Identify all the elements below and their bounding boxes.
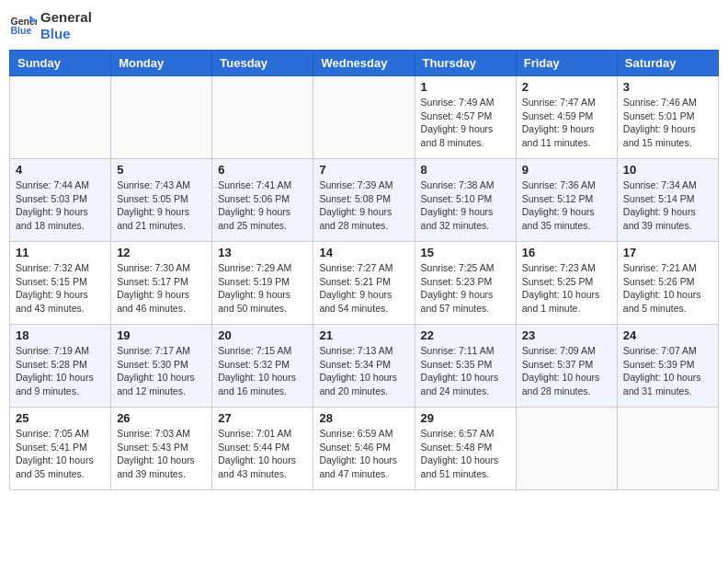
cell-info: Sunrise: 7:15 AM Sunset: 5:32 PM Dayligh… [218,344,307,398]
week-row-4: 18Sunrise: 7:19 AM Sunset: 5:28 PM Dayli… [10,325,719,408]
cal-cell: 12Sunrise: 7:30 AM Sunset: 5:17 PM Dayli… [111,242,212,325]
day-number: 14 [319,246,408,259]
cell-info: Sunrise: 7:07 AM Sunset: 5:39 PM Dayligh… [623,344,712,398]
day-number: 5 [117,163,206,177]
day-number: 6 [218,163,307,177]
calendar-table: SundayMondayTuesdayWednesdayThursdayFrid… [9,50,719,490]
week-row-1: 1Sunrise: 7:49 AM Sunset: 4:57 PM Daylig… [10,76,719,159]
cal-cell: 7Sunrise: 7:39 AM Sunset: 5:08 PM Daylig… [313,159,415,242]
day-number: 29 [421,411,510,425]
week-row-2: 4Sunrise: 7:44 AM Sunset: 5:03 PM Daylig… [10,159,719,242]
day-number: 19 [117,328,206,342]
cal-cell [212,76,313,159]
day-number: 24 [623,328,712,342]
cal-cell: 9Sunrise: 7:36 AM Sunset: 5:12 PM Daylig… [516,159,617,242]
cal-cell: 28Sunrise: 6:59 AM Sunset: 5:46 PM Dayli… [313,408,415,490]
cell-info: Sunrise: 7:47 AM Sunset: 4:59 PM Dayligh… [522,96,611,150]
logo-line2: Blue [40,26,92,42]
cal-cell [313,76,415,159]
cal-cell: 2Sunrise: 7:47 AM Sunset: 4:59 PM Daylig… [516,76,617,159]
cal-cell [111,76,212,159]
cal-cell [516,408,617,490]
day-number: 2 [522,80,611,94]
cal-cell: 29Sunrise: 6:57 AM Sunset: 5:48 PM Dayli… [415,408,516,490]
cal-cell: 14Sunrise: 7:27 AM Sunset: 5:21 PM Dayli… [313,242,415,325]
cell-info: Sunrise: 7:30 AM Sunset: 5:17 PM Dayligh… [117,261,206,316]
day-number: 22 [421,328,510,342]
cell-info: Sunrise: 7:17 AM Sunset: 5:30 PM Dayligh… [117,344,206,398]
cell-info: Sunrise: 7:34 AM Sunset: 5:14 PM Dayligh… [623,178,712,233]
cal-cell: 25Sunrise: 7:05 AM Sunset: 5:41 PM Dayli… [10,408,111,490]
day-number: 25 [16,411,105,425]
logo: General Blue General Blue [9,9,92,42]
cell-info: Sunrise: 7:32 AM Sunset: 5:15 PM Dayligh… [16,261,105,316]
day-number: 10 [623,163,712,177]
cell-info: Sunrise: 7:44 AM Sunset: 5:03 PM Dayligh… [16,178,105,233]
page-header: General Blue General Blue [9,9,719,42]
cell-info: Sunrise: 7:05 AM Sunset: 5:41 PM Dayligh… [16,427,105,481]
cell-info: Sunrise: 7:25 AM Sunset: 5:23 PM Dayligh… [421,261,510,316]
cal-cell [10,76,111,159]
day-number: 28 [319,411,408,425]
cell-info: Sunrise: 6:57 AM Sunset: 5:48 PM Dayligh… [421,427,510,481]
day-number: 15 [421,246,510,259]
day-header-monday: Monday [111,51,212,76]
cell-info: Sunrise: 6:59 AM Sunset: 5:46 PM Dayligh… [319,427,408,481]
day-number: 7 [319,163,408,177]
logo-icon: General Blue [9,12,37,40]
cell-info: Sunrise: 7:11 AM Sunset: 5:35 PM Dayligh… [421,344,510,398]
day-header-thursday: Thursday [415,51,516,76]
day-header-sunday: Sunday [10,51,111,76]
cell-info: Sunrise: 7:49 AM Sunset: 4:57 PM Dayligh… [421,96,510,150]
day-header-friday: Friday [516,51,617,76]
day-header-wednesday: Wednesday [313,51,415,76]
cal-cell: 23Sunrise: 7:09 AM Sunset: 5:37 PM Dayli… [516,325,617,408]
day-number: 21 [319,328,408,342]
day-number: 3 [623,80,712,94]
cal-cell: 5Sunrise: 7:43 AM Sunset: 5:05 PM Daylig… [111,159,212,242]
day-number: 16 [522,246,611,259]
svg-text:Blue: Blue [11,25,32,36]
week-row-3: 11Sunrise: 7:32 AM Sunset: 5:15 PM Dayli… [10,242,719,325]
logo-line1: General [40,9,92,26]
cell-info: Sunrise: 7:21 AM Sunset: 5:26 PM Dayligh… [623,261,712,316]
cal-cell: 26Sunrise: 7:03 AM Sunset: 5:43 PM Dayli… [111,408,212,490]
cell-info: Sunrise: 7:36 AM Sunset: 5:12 PM Dayligh… [522,178,611,233]
cal-cell: 15Sunrise: 7:25 AM Sunset: 5:23 PM Dayli… [415,242,516,325]
day-number: 12 [117,246,206,259]
cell-info: Sunrise: 7:29 AM Sunset: 5:19 PM Dayligh… [218,261,307,316]
cell-info: Sunrise: 7:03 AM Sunset: 5:43 PM Dayligh… [117,427,206,481]
cal-cell: 20Sunrise: 7:15 AM Sunset: 5:32 PM Dayli… [212,325,313,408]
day-number: 27 [218,411,307,425]
day-number: 26 [117,411,206,425]
cal-cell: 8Sunrise: 7:38 AM Sunset: 5:10 PM Daylig… [415,159,516,242]
cell-info: Sunrise: 7:27 AM Sunset: 5:21 PM Dayligh… [319,261,408,316]
cell-info: Sunrise: 7:19 AM Sunset: 5:28 PM Dayligh… [16,344,105,398]
day-number: 20 [218,328,307,342]
day-number: 4 [16,163,105,177]
day-number: 11 [16,246,105,259]
cal-cell: 4Sunrise: 7:44 AM Sunset: 5:03 PM Daylig… [10,159,111,242]
cal-cell: 27Sunrise: 7:01 AM Sunset: 5:44 PM Dayli… [212,408,313,490]
cell-info: Sunrise: 7:23 AM Sunset: 5:25 PM Dayligh… [522,261,611,316]
day-number: 9 [522,163,611,177]
cell-info: Sunrise: 7:43 AM Sunset: 5:05 PM Dayligh… [117,178,206,233]
cal-cell: 21Sunrise: 7:13 AM Sunset: 5:34 PM Dayli… [313,325,415,408]
day-number: 1 [421,80,510,94]
cell-info: Sunrise: 7:38 AM Sunset: 5:10 PM Dayligh… [421,178,510,233]
cal-cell: 10Sunrise: 7:34 AM Sunset: 5:14 PM Dayli… [617,159,718,242]
day-header-tuesday: Tuesday [212,51,313,76]
cal-cell: 19Sunrise: 7:17 AM Sunset: 5:30 PM Dayli… [111,325,212,408]
day-number: 17 [623,246,712,259]
week-row-5: 25Sunrise: 7:05 AM Sunset: 5:41 PM Dayli… [10,408,719,490]
cell-info: Sunrise: 7:09 AM Sunset: 5:37 PM Dayligh… [522,344,611,398]
cal-cell: 3Sunrise: 7:46 AM Sunset: 5:01 PM Daylig… [617,76,718,159]
day-number: 8 [421,163,510,177]
cal-cell [617,408,718,490]
cal-cell: 6Sunrise: 7:41 AM Sunset: 5:06 PM Daylig… [212,159,313,242]
day-number: 18 [16,328,105,342]
cell-info: Sunrise: 7:13 AM Sunset: 5:34 PM Dayligh… [319,344,408,398]
days-header-row: SundayMondayTuesdayWednesdayThursdayFrid… [10,51,719,76]
day-number: 23 [522,328,611,342]
day-number: 13 [218,246,307,259]
